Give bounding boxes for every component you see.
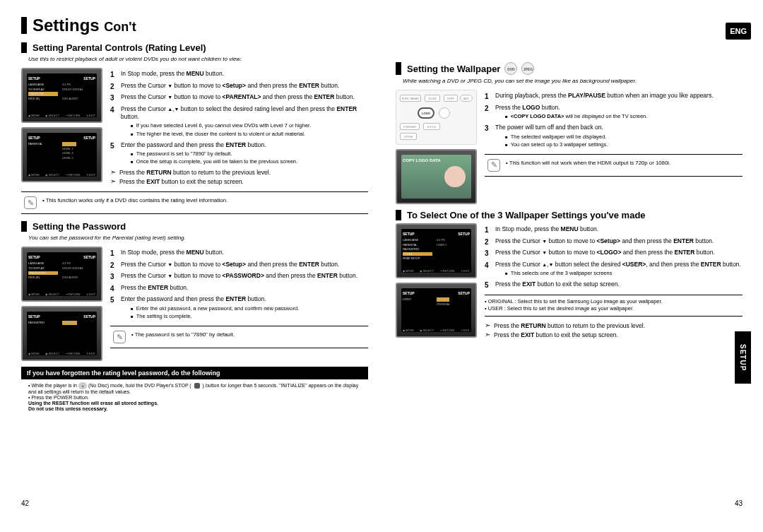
password-steps: 1In Stop mode, press the MENU button. 2P… xyxy=(110,247,368,361)
note-icon: ✎ xyxy=(487,159,500,172)
language-badge: ENG xyxy=(726,23,751,40)
select-wallpaper-thumbs: SETUPSETUP LANGUAGE4:3 PS PARENTALUSER 1… xyxy=(396,223,479,341)
tip: Press the RETURN button to return to the… xyxy=(485,322,743,329)
main-title: Settings Con't xyxy=(21,17,368,34)
section-password-title: Setting the Password xyxy=(21,221,368,232)
wallpaper-steps: 1During playback, press the PLAY/PAUSE b… xyxy=(485,90,743,204)
page-number: 42 xyxy=(21,500,29,507)
dvd-badge: DVD xyxy=(504,62,517,75)
forgot-password-heading: If you have forgotten the rating level p… xyxy=(21,367,368,379)
side-tab-setup: SETUP xyxy=(735,331,751,384)
note-box: ✎ This function works only if a DVD disc… xyxy=(21,191,368,214)
step: In Stop mode, press the MENU button. xyxy=(495,225,743,235)
step: In Stop mode, press the MENU button. xyxy=(121,70,368,80)
step: Press the Cursor ▼ button to move to <Se… xyxy=(121,261,368,271)
note-icon: ✎ xyxy=(24,196,37,209)
step: Press the Cursor ▼ button to move to <LO… xyxy=(495,249,743,259)
select-wallpaper-content: SETUPSETUP LANGUAGE4:3 PS PARENTALUSER 1… xyxy=(396,223,743,341)
page-number: 43 xyxy=(735,500,743,507)
tip: Press the EXIT button to exit the setup … xyxy=(110,178,368,185)
setup-screenshot: SETUPSETUP LOGOUSER 1 ORIGINAL ◆ MOVE◉ S… xyxy=(396,283,477,338)
setup-screenshot: SETUPSETUP LANGUAGE4:3 PS TV DISPLAYDOLB… xyxy=(21,247,102,302)
password-content: SETUPSETUP LANGUAGE4:3 PS TV DISPLAYDOLB… xyxy=(21,247,368,361)
tip: Press the EXIT button to exit the setup … xyxy=(485,331,743,338)
remote-buttons-illustration: FUNC MEMO SLOW STEP ASC LOGO P.SOUND S.S… xyxy=(396,90,477,145)
step: Press the Cursor ▼ button to move to <Se… xyxy=(121,82,368,92)
password-intro: You can set the password for the Parenta… xyxy=(28,235,368,241)
select-wallpaper-steps: 1In Stop mode, press the MENU button. 2P… xyxy=(485,223,743,341)
main-title-sub: Con't xyxy=(104,20,136,34)
step: The power will turn off and then back on… xyxy=(495,124,743,150)
parental-content: SETUPSETUP LANGUAGE4:3 PS TV DISPLAYDOLB… xyxy=(21,68,368,187)
password-thumbs: SETUPSETUP LANGUAGE4:3 PS TV DISPLAYDOLB… xyxy=(21,247,105,361)
step: Press the Cursor ▼ button to move to <PA… xyxy=(121,272,368,282)
step: Enter the password and then press the EN… xyxy=(121,295,368,321)
parental-thumbs: SETUPSETUP LANGUAGE4:3 PS TV DISPLAYDOLB… xyxy=(21,68,105,187)
section-select-wallpaper-title: To Select One of the 3 Wallpaper Setting… xyxy=(396,210,743,220)
step: During playback, press the PLAY/PAUSE bu… xyxy=(495,92,743,102)
jpeg-badge: JPEG xyxy=(521,62,534,75)
section-wallpaper-title: Setting the Wallpaper DVD JPEG xyxy=(396,62,743,75)
wallpaper-intro: While watching a DVD or JPEG CD, you can… xyxy=(403,78,743,84)
note-icon: ✎ xyxy=(113,331,126,343)
setup-screenshot: SETUPSETUP PASSWORDCHANGE ◆ MOVE◉ SELECT… xyxy=(21,306,102,361)
parental-intro: Use this to restrict playback of adult o… xyxy=(28,56,368,62)
main-title-text: Settings xyxy=(32,16,100,35)
setup-screenshot: SETUPSETUP PARENTALLEVEL 8 LEVEL 7 LEVEL… xyxy=(21,127,102,182)
note-box: ✎ This function will not work when the H… xyxy=(485,154,743,177)
section-parental-title: Setting Parental Controls (Rating Level) xyxy=(21,42,368,53)
step: Enter the password and then press the EN… xyxy=(121,141,368,167)
right-page: ENG SETUP Setting the Wallpaper DVD JPEG… xyxy=(387,17,751,512)
parental-steps: 1In Stop mode, press the MENU button. 2P… xyxy=(110,68,368,187)
setup-screenshot: SETUPSETUP LANGUAGE4:3 PS PARENTALUSER 1… xyxy=(396,223,477,278)
setup-screenshot: SETUPSETUP LANGUAGE4:3 PS TV DISPLAYDOLB… xyxy=(21,68,102,123)
step: Press the LOGO button. <COPY LOGO DATA> … xyxy=(495,104,743,122)
wallpaper-preview-photo: COPY LOGO DATA xyxy=(396,149,477,204)
step: Press the ENTER button. xyxy=(121,284,368,294)
step: Press the Cursor ▲,▼ button to select th… xyxy=(121,105,368,139)
wallpaper-content: FUNC MEMO SLOW STEP ASC LOGO P.SOUND S.S… xyxy=(396,90,743,204)
left-page: Settings Con't Setting Parental Controls… xyxy=(13,17,377,512)
tip: Press the RETURN button to return to the… xyxy=(110,169,368,176)
forgot-password-notes: • While the player is in ● (No Disc) mod… xyxy=(28,382,361,411)
note-box: ✎ The password is set to "7890" by defau… xyxy=(110,326,368,348)
step: Press the Cursor ▲,▼ button select the d… xyxy=(495,261,743,279)
step: In Stop mode, press the MENU button. xyxy=(121,249,368,259)
step: Press the EXIT button to exit the setup … xyxy=(495,280,743,290)
step: Press the Cursor ▼ button to move to <PA… xyxy=(121,93,368,103)
step: Press the Cursor ▼ button to move to <Se… xyxy=(495,237,743,247)
wallpaper-thumbs: FUNC MEMO SLOW STEP ASC LOGO P.SOUND S.S… xyxy=(396,90,479,204)
